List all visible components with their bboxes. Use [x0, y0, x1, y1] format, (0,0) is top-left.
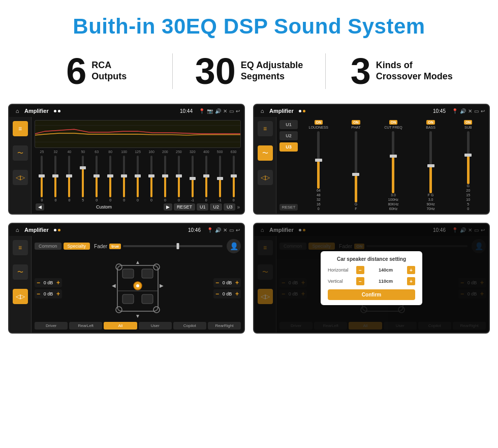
eq-slider-3[interactable]: 5 — [77, 155, 89, 202]
vol-val-fr: 0 dB — [220, 280, 234, 285]
channel-loudness: ON LOUDNESS 644832160 — [301, 120, 336, 211]
volume-icon-3: 🔊 — [215, 227, 221, 233]
eq-fader-btn[interactable]: ≡ — [13, 240, 28, 255]
eq-slider-1[interactable]: 0 — [49, 155, 62, 202]
window-icon-3: ▭ — [229, 227, 234, 233]
svg-rect-7 — [122, 294, 134, 304]
loudness-slider[interactable] — [317, 131, 320, 189]
status-dot-play — [58, 110, 60, 112]
bass-label: BASS — [426, 126, 435, 129]
btn-rearright[interactable]: RearRight — [208, 322, 241, 330]
channel-phat: ON PHAT GF — [338, 120, 374, 211]
crossover-channels: ON LOUDNESS 644832160 ON PHAT — [301, 120, 486, 211]
eq-slider-14[interactable]: 0 — [227, 155, 240, 202]
dot-3b — [58, 229, 60, 231]
eq-slider-0[interactable]: 0 — [36, 155, 48, 202]
home-icon[interactable]: ⌂ — [13, 107, 21, 115]
fader-main: − 0 dB + − 0 dB + — [35, 256, 241, 320]
btn-copilot[interactable]: Copilot — [173, 322, 206, 330]
distance-dialog: Car speaker distance setting Horizontal … — [321, 251, 422, 305]
unit-u2-btn[interactable]: U2 — [279, 131, 298, 140]
vol-plus-fr[interactable]: + — [235, 279, 239, 286]
eq-prev-btn[interactable]: ◀ — [36, 203, 44, 211]
status-time-3: 10:46 — [188, 227, 201, 233]
dialog-horizontal-plus[interactable]: + — [407, 266, 415, 274]
left-sidebar-eq: ≡ 〜 ◁▷ — [9, 117, 32, 214]
stat-sublabel-eq: Segments — [241, 71, 303, 82]
vol-plus-rr[interactable]: + — [235, 290, 239, 297]
eq-sidebar-btn[interactable]: ≡ — [258, 121, 273, 136]
vol-minus-rr[interactable]: − — [215, 290, 219, 297]
confirm-button[interactable]: Confirm — [328, 289, 415, 300]
status-dots-1 — [54, 110, 60, 112]
stat-number-eq: 30 — [195, 53, 236, 89]
crossover-units: U1 U2 U3 RESET — [279, 120, 298, 211]
wave-fader-btn[interactable]: 〜 — [13, 264, 28, 280]
home-icon-2[interactable]: ⌂ — [258, 107, 266, 115]
eq-panel: 25 32 40 50 63 80 100 125 160 200 250 32… — [32, 117, 244, 214]
vol-plus-rl[interactable]: + — [56, 290, 60, 297]
status-icons-1: 📍 📷 🔊 ✕ ▭ ↩ — [199, 108, 240, 114]
eq-slider-13[interactable]: -1 — [213, 155, 226, 202]
speaker-fader-btn[interactable]: ◁▷ — [13, 289, 28, 304]
eq-u1-btn[interactable]: U1 — [197, 203, 209, 211]
wave-btn[interactable]: 〜 — [13, 145, 28, 161]
tab-common[interactable]: Common — [35, 243, 61, 250]
status-bar-3: ⌂ Amplifier 10:46 📍 🔊 ✕ ▭ ↩ — [9, 224, 244, 236]
bass-slider[interactable] — [429, 131, 432, 193]
eq-more-btn[interactable]: » — [237, 204, 240, 210]
vol-minus-rl[interactable]: − — [37, 290, 40, 297]
eq-slider-2[interactable]: 0 — [63, 155, 76, 202]
dialog-horizontal-label: Horizontal — [328, 267, 353, 273]
vol-plus-fl[interactable]: + — [56, 279, 60, 286]
screen-fader-dialog: ⌂ Amplifier 10:46 📍 🔊 ✕ ▭ ↩ ≡ 〜 ◁▷ — [253, 223, 490, 334]
eq-slider-10[interactable]: 0 — [172, 155, 185, 202]
home-icon-3[interactable]: ⌂ — [13, 226, 21, 234]
btn-driver[interactable]: Driver — [35, 322, 68, 330]
back-icon: ↩ — [236, 108, 240, 114]
tab-specialty[interactable]: Specialty — [64, 243, 90, 250]
eq-reset-btn[interactable]: RESET — [174, 203, 195, 211]
eq-u3-btn[interactable]: U3 — [224, 203, 236, 211]
eq-slider-6[interactable]: 0 — [118, 155, 131, 202]
eq-slider-12[interactable]: 0 — [200, 155, 212, 202]
screen-title-2: Amplifier — [269, 108, 294, 114]
eq-btn[interactable]: ≡ — [13, 121, 28, 136]
dialog-vertical-minus[interactable]: − — [356, 277, 364, 285]
eq-slider-4[interactable]: 0 — [90, 155, 103, 202]
left-sidebar-fader: ≡ 〜 ◁▷ — [9, 236, 32, 333]
stat-divider-2 — [325, 53, 326, 89]
vol-minus-fl[interactable]: − — [37, 279, 40, 286]
status-dots-3 — [54, 229, 60, 231]
channel-cutfreq: ON CUT FREQ 3.0100Hz80KHz60Hz — [376, 120, 411, 211]
cutfreq-slider[interactable] — [392, 131, 394, 193]
eq-slider-7[interactable]: 0 — [132, 155, 144, 202]
crossover-reset-btn[interactable]: RESET — [279, 204, 298, 211]
dialog-horizontal-minus[interactable]: − — [356, 266, 364, 274]
screen-fader: ⌂ Amplifier 10:46 📍 🔊 ✕ ▭ ↩ ≡ 〜 ◁▷ — [8, 223, 245, 334]
fader-slider[interactable] — [123, 245, 223, 247]
eq-slider-5[interactable]: 0 — [104, 155, 117, 202]
eq-next-btn[interactable]: ▶ — [164, 203, 172, 211]
btn-user[interactable]: User — [139, 322, 172, 330]
btn-rearleft[interactable]: RearLeft — [69, 322, 102, 330]
speaker-sidebar-btn[interactable]: ◁▷ — [258, 170, 273, 185]
loudness-vals: 644832160 — [317, 189, 321, 211]
close-icon-3: ✕ — [223, 227, 227, 233]
left-sidebar-crossover: ≡ 〜 ◁▷ — [254, 117, 276, 214]
svg-text:▼: ▼ — [135, 313, 140, 319]
eq-slider-11[interactable]: -1 — [186, 155, 199, 202]
dialog-vertical-plus[interactable]: + — [407, 277, 415, 285]
eq-slider-8[interactable]: 0 — [145, 155, 158, 202]
eq-u2-btn[interactable]: U2 — [210, 203, 222, 211]
phat-slider[interactable] — [355, 131, 357, 202]
sub-slider[interactable] — [467, 131, 470, 184]
eq-slider-9[interactable]: 0 — [159, 155, 171, 202]
unit-u3-btn[interactable]: U3 — [279, 142, 298, 152]
wave-sidebar-btn[interactable]: 〜 — [258, 145, 273, 161]
fader-label: Fader — [94, 244, 107, 249]
vol-minus-fr[interactable]: − — [215, 279, 219, 286]
btn-all[interactable]: All — [104, 322, 137, 330]
speaker-btn[interactable]: ◁▷ — [13, 170, 28, 185]
unit-u1-btn[interactable]: U1 — [279, 120, 298, 129]
